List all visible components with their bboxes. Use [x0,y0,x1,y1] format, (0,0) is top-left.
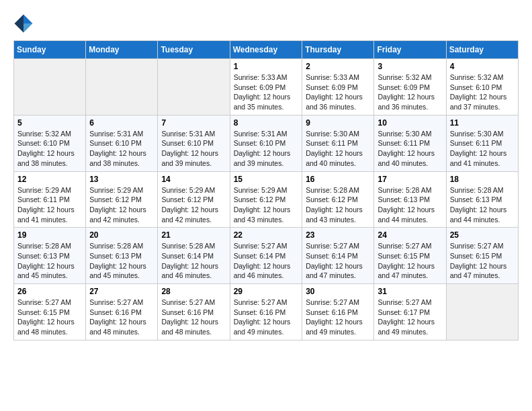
day-info: Sunrise: 5:28 AM Sunset: 6:13 PM Dayligh… [450,185,515,225]
calendar-week-row: 19Sunrise: 5:28 AM Sunset: 6:13 PM Dayli… [14,228,519,284]
calendar-cell: 31Sunrise: 5:27 AM Sunset: 6:17 PM Dayli… [374,284,446,340]
day-number: 17 [378,175,442,184]
day-number: 4 [450,62,515,71]
svg-marker-1 [15,15,24,24]
day-number: 20 [89,230,154,240]
day-number: 16 [306,175,370,184]
day-info: Sunrise: 5:28 AM Sunset: 6:13 PM Dayligh… [378,185,442,225]
calendar-cell: 20Sunrise: 5:28 AM Sunset: 6:13 PM Dayli… [86,228,158,284]
weekday-header: Thursday [302,41,374,59]
weekday-header: Friday [374,41,446,59]
day-info: Sunrise: 5:27 AM Sunset: 6:14 PM Dayligh… [306,241,370,281]
calendar-cell [14,59,86,116]
day-number: 18 [450,175,515,184]
calendar-cell: 28Sunrise: 5:27 AM Sunset: 6:16 PM Dayli… [158,284,230,340]
day-number: 19 [17,230,82,240]
day-info: Sunrise: 5:27 AM Sunset: 6:16 PM Dayligh… [89,298,154,337]
day-info: Sunrise: 5:28 AM Sunset: 6:13 PM Dayligh… [17,241,82,281]
calendar-cell: 13Sunrise: 5:29 AM Sunset: 6:12 PM Dayli… [86,171,158,228]
day-info: Sunrise: 5:28 AM Sunset: 6:14 PM Dayligh… [161,241,226,281]
day-info: Sunrise: 5:27 AM Sunset: 6:15 PM Dayligh… [17,298,82,337]
day-info: Sunrise: 5:32 AM Sunset: 6:10 PM Dayligh… [450,73,515,112]
calendar-cell: 22Sunrise: 5:27 AM Sunset: 6:14 PM Dayli… [230,228,302,284]
calendar-cell: 5Sunrise: 5:32 AM Sunset: 6:10 PM Daylig… [14,115,86,171]
day-number: 6 [89,118,154,128]
day-number: 23 [306,230,370,240]
calendar-cell: 19Sunrise: 5:28 AM Sunset: 6:13 PM Dayli… [14,228,86,284]
day-info: Sunrise: 5:30 AM Sunset: 6:11 PM Dayligh… [378,129,442,169]
day-info: Sunrise: 5:29 AM Sunset: 6:11 PM Dayligh… [17,185,82,225]
svg-marker-0 [24,15,33,24]
calendar-cell: 16Sunrise: 5:28 AM Sunset: 6:12 PM Dayli… [302,171,374,228]
day-info: Sunrise: 5:33 AM Sunset: 6:09 PM Dayligh… [234,73,299,112]
calendar-cell: 6Sunrise: 5:31 AM Sunset: 6:10 PM Daylig… [86,115,158,171]
calendar-cell: 4Sunrise: 5:32 AM Sunset: 6:10 PM Daylig… [446,59,518,116]
svg-marker-3 [24,24,33,33]
calendar-week-row: 26Sunrise: 5:27 AM Sunset: 6:15 PM Dayli… [14,284,519,340]
day-info: Sunrise: 5:30 AM Sunset: 6:11 PM Dayligh… [450,129,515,169]
calendar-cell: 26Sunrise: 5:27 AM Sunset: 6:15 PM Dayli… [14,284,86,340]
day-info: Sunrise: 5:31 AM Sunset: 6:10 PM Dayligh… [89,129,154,169]
day-info: Sunrise: 5:27 AM Sunset: 6:17 PM Dayligh… [378,298,442,337]
day-number: 5 [17,118,82,128]
weekday-header: Monday [86,41,158,59]
day-number: 1 [234,62,299,71]
day-number: 21 [161,230,226,240]
calendar-cell: 30Sunrise: 5:27 AM Sunset: 6:16 PM Dayli… [302,284,374,340]
calendar-cell: 10Sunrise: 5:30 AM Sunset: 6:11 PM Dayli… [374,115,446,171]
calendar-cell [446,284,518,340]
day-info: Sunrise: 5:29 AM Sunset: 6:12 PM Dayligh… [89,185,154,225]
day-number: 31 [378,287,442,296]
calendar-cell: 18Sunrise: 5:28 AM Sunset: 6:13 PM Dayli… [446,171,518,228]
page-header [13,13,519,34]
svg-marker-2 [15,24,24,33]
calendar-week-row: 12Sunrise: 5:29 AM Sunset: 6:11 PM Dayli… [14,171,519,228]
day-number: 7 [161,118,226,128]
day-number: 30 [306,287,370,296]
day-info: Sunrise: 5:28 AM Sunset: 6:13 PM Dayligh… [89,241,154,281]
day-number: 3 [378,62,442,71]
day-info: Sunrise: 5:31 AM Sunset: 6:10 PM Dayligh… [161,129,226,169]
calendar-cell: 12Sunrise: 5:29 AM Sunset: 6:11 PM Dayli… [14,171,86,228]
day-info: Sunrise: 5:33 AM Sunset: 6:09 PM Dayligh… [306,73,370,112]
weekday-header: Saturday [446,41,518,59]
calendar-cell: 1Sunrise: 5:33 AM Sunset: 6:09 PM Daylig… [230,59,302,116]
day-number: 9 [306,118,370,128]
logo [13,13,36,34]
calendar-cell: 7Sunrise: 5:31 AM Sunset: 6:10 PM Daylig… [158,115,230,171]
calendar-cell: 29Sunrise: 5:27 AM Sunset: 6:16 PM Dayli… [230,284,302,340]
day-info: Sunrise: 5:27 AM Sunset: 6:16 PM Dayligh… [306,298,370,337]
weekday-header: Wednesday [230,41,302,59]
day-number: 29 [234,287,299,296]
logo-icon [13,13,34,34]
calendar-cell: 3Sunrise: 5:32 AM Sunset: 6:09 PM Daylig… [374,59,446,116]
calendar-cell [158,59,230,116]
calendar-cell: 8Sunrise: 5:31 AM Sunset: 6:10 PM Daylig… [230,115,302,171]
calendar-cell: 15Sunrise: 5:29 AM Sunset: 6:12 PM Dayli… [230,171,302,228]
day-number: 11 [450,118,515,128]
weekday-header: Sunday [14,41,86,59]
calendar-cell: 23Sunrise: 5:27 AM Sunset: 6:14 PM Dayli… [302,228,374,284]
calendar-cell [86,59,158,116]
calendar-table: SundayMondayTuesdayWednesdayThursdayFrid… [13,40,519,340]
day-number: 28 [161,287,226,296]
day-number: 27 [89,287,154,296]
day-info: Sunrise: 5:27 AM Sunset: 6:16 PM Dayligh… [234,298,299,337]
day-info: Sunrise: 5:27 AM Sunset: 6:14 PM Dayligh… [234,241,299,281]
day-number: 12 [17,175,82,184]
day-info: Sunrise: 5:32 AM Sunset: 6:09 PM Dayligh… [378,73,442,112]
weekday-header: Tuesday [158,41,230,59]
day-info: Sunrise: 5:31 AM Sunset: 6:10 PM Dayligh… [234,129,299,169]
calendar-cell: 17Sunrise: 5:28 AM Sunset: 6:13 PM Dayli… [374,171,446,228]
day-number: 13 [89,175,154,184]
day-number: 10 [378,118,442,128]
header-row: SundayMondayTuesdayWednesdayThursdayFrid… [14,41,519,59]
day-info: Sunrise: 5:30 AM Sunset: 6:11 PM Dayligh… [306,129,370,169]
day-number: 25 [450,230,515,240]
day-info: Sunrise: 5:27 AM Sunset: 6:15 PM Dayligh… [378,241,442,281]
day-info: Sunrise: 5:28 AM Sunset: 6:12 PM Dayligh… [306,185,370,225]
day-info: Sunrise: 5:32 AM Sunset: 6:10 PM Dayligh… [17,129,82,169]
day-info: Sunrise: 5:29 AM Sunset: 6:12 PM Dayligh… [161,185,226,225]
day-info: Sunrise: 5:27 AM Sunset: 6:15 PM Dayligh… [450,241,515,281]
calendar-cell: 24Sunrise: 5:27 AM Sunset: 6:15 PM Dayli… [374,228,446,284]
